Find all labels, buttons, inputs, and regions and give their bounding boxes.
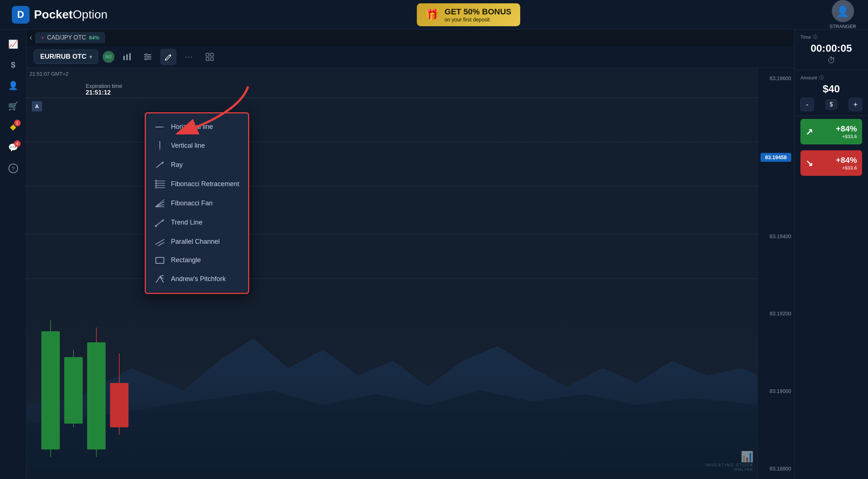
tab-close-icon[interactable]: × [41, 35, 44, 41]
timer-icon[interactable]: ⏱ [800, 56, 862, 65]
menu-item-ray[interactable]: Ray [146, 155, 248, 174]
more-button[interactable]: ··· [181, 49, 197, 65]
menu-item-rectangle[interactable]: Rectangle [146, 251, 248, 269]
avatar-circle: 👤 [832, 0, 854, 22]
current-price-label: 83.19458 [761, 153, 791, 162]
fibonacci-fan-label: Fibonacci Fan [171, 199, 213, 207]
price-line-2 [27, 142, 757, 142]
amount-help-icon: ⓘ [819, 75, 824, 81]
trend-line-label: Trend Line [171, 219, 202, 226]
expiration-overlay: Expiration time 21:51:12 [86, 83, 122, 96]
amount-currency: $ [826, 99, 837, 110]
tab-item-cadjpy[interactable]: × CAD/JPY OTC 84% [35, 32, 105, 43]
buy-up-button[interactable]: ↗ +84% +$33.6 [800, 119, 862, 144]
tab-bar: ‹ × CAD/JPY OTC 84% [27, 30, 794, 46]
menu-item-fibonacci-retracement[interactable]: Fibonacci Retracement [146, 174, 248, 194]
pair-selector[interactable]: EUR/RUB OTC ▾ [34, 49, 98, 64]
vertical-line-icon [155, 141, 165, 150]
menu-item-parallel-channel[interactable]: Parallel Channel [146, 232, 248, 251]
chart-container: ‹ × CAD/JPY OTC 84% EUR/RUB OTC ▾ M2 [27, 30, 794, 479]
gift-icon: 🎁 [426, 8, 439, 21]
drawing-tools-menu: Horizontal line Vertical line Ray [145, 112, 249, 294]
timeframe-badge[interactable]: M2 [103, 51, 114, 63]
settings-button[interactable] [140, 49, 156, 65]
a-annotation: A [32, 101, 42, 112]
price-axis: 83.19600 83.19458 83.19400 83.19200 83.1… [757, 68, 794, 479]
bonus-title: GET 50% BONUS [445, 7, 511, 17]
chart-type-button[interactable] [119, 49, 135, 65]
candle-2 [64, 350, 83, 427]
svg-point-6 [145, 54, 147, 55]
dollar-icon: $ [11, 60, 15, 70]
menu-item-vertical-line[interactable]: Vertical line [146, 136, 248, 155]
horizontal-line-label: Horizontal line [171, 123, 213, 131]
sidebar-item-chart[interactable]: 📈 [4, 35, 22, 53]
grid-icon [206, 53, 214, 61]
price-label-3: 83.19200 [761, 311, 791, 317]
chart-line-icon: 📈 [8, 40, 18, 49]
amount-value: $40 [800, 83, 862, 95]
amount-decrease-button[interactable]: - [800, 98, 814, 111]
andrews-pitchfork-icon [155, 274, 165, 283]
amount-controls: - $ + [800, 98, 862, 111]
chart-toolbar: EUR/RUB OTC ▾ M2 [27, 46, 794, 68]
sidebar-item-dollar[interactable]: $ [4, 56, 22, 74]
fibonacci-retracement-icon [155, 179, 165, 188]
time-section: Time ⓘ 00:00:05 ⏱ [795, 30, 868, 70]
sell-down-button[interactable]: ↘ +84% +$33.6 [800, 150, 862, 176]
watermark-line1: INVESTING STOCK [706, 463, 754, 467]
user-avatar[interactable]: 👤 STRANGER [830, 0, 856, 29]
sidebar-item-help[interactable]: ? [4, 160, 22, 177]
menu-item-trend-line[interactable]: Trend Line [146, 213, 248, 232]
rectangle-icon [155, 257, 165, 264]
fibonacci-fan-icon [155, 199, 165, 208]
diamond-badge: 2 [14, 120, 21, 126]
ray-icon [155, 160, 165, 169]
horizontal-line-icon [155, 124, 165, 130]
price-line-4 [27, 234, 757, 235]
menu-item-horizontal-line[interactable]: Horizontal line [146, 118, 248, 136]
sidebar-item-chat[interactable]: 💬 4 [4, 139, 22, 157]
svg-rect-12 [210, 58, 213, 61]
left-sidebar: 📈 $ 👤 🛒 ◆ 2 💬 4 ? [0, 30, 27, 479]
amount-increase-button[interactable]: + [849, 98, 862, 111]
logo-text: PocketOption [34, 8, 107, 21]
price-line-1 [27, 97, 757, 98]
tab-pair-label: CAD/JPY OTC [47, 34, 86, 41]
settings-icon [144, 53, 152, 61]
up-arrow-icon: ↗ [806, 127, 813, 137]
sidebar-item-diamond[interactable]: ◆ 2 [4, 118, 22, 136]
svg-rect-10 [210, 53, 213, 56]
bar-chart-icon [123, 53, 131, 61]
sidebar-item-user[interactable]: 👤 [4, 77, 22, 95]
watermark-line2: ONLINE [706, 467, 754, 472]
time-label: Time ⓘ [800, 34, 862, 40]
menu-item-fibonacci-fan[interactable]: Fibonacci Fan [146, 194, 248, 213]
time-value: 00:00:05 [800, 42, 862, 54]
sidebar-item-cart[interactable]: 🛒 [4, 97, 22, 115]
expiration-time: 21:51:12 [86, 89, 122, 96]
bonus-button[interactable]: 🎁 GET 50% BONUS on your first deposit [417, 3, 520, 26]
cart-icon: 🛒 [8, 102, 18, 111]
navbar: D PocketOption 🎁 GET 50% BONUS on your f… [0, 0, 868, 30]
price-label-2: 83.19400 [761, 233, 791, 239]
price-line-5 [27, 278, 757, 279]
andrews-pitchfork-label: Andrew's Pitchfork [171, 275, 226, 283]
candle-3 [87, 328, 106, 457]
menu-item-andrews-pitchfork[interactable]: Andrew's Pitchfork [146, 269, 248, 288]
watermark: 📊 INVESTING STOCK ONLINE [706, 451, 754, 472]
amount-label: Amount ⓘ [800, 75, 862, 81]
pencil-icon [164, 53, 172, 61]
sell-down-info: +84% +$33.6 [836, 155, 857, 171]
svg-rect-2 [129, 53, 131, 60]
grid-button[interactable] [202, 49, 218, 65]
svg-marker-30 [162, 219, 164, 222]
ellipsis-icon: ··· [185, 52, 193, 61]
chat-badge: 4 [14, 140, 21, 147]
draw-button[interactable] [160, 49, 176, 65]
svg-rect-9 [206, 53, 209, 56]
candle-area [41, 320, 128, 457]
fibonacci-retracement-label: Fibonacci Retracement [171, 180, 239, 188]
back-button[interactable]: ‹ [30, 33, 32, 42]
buy-up-info: +84% +$33.6 [836, 124, 857, 139]
